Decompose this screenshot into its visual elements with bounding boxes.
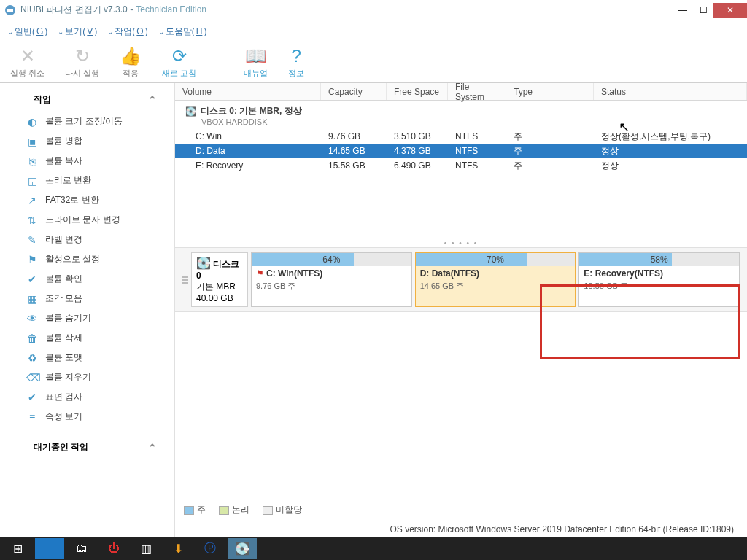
tool-icon: ✕ [20, 46, 35, 66]
tool-icon: 📖 [245, 46, 267, 66]
tool-실행 취소[interactable]: ✕실행 취소 [10, 46, 44, 79]
sidebar-item-label: 볼륨 포맷 [45, 351, 82, 364]
col-type[interactable]: Type [506, 83, 594, 100]
menu-v[interactable]: ⌄ 보기(V) [58, 26, 97, 38]
partition-box[interactable]: 64%⚑ C: Win(NTFS)9.76 GB 주 [251, 252, 412, 307]
sidebar-item-5[interactable]: ⇅드라이브 문자 변경 [0, 210, 174, 230]
tool-적용[interactable]: 👍적용 [120, 46, 142, 79]
power-icon[interactable]: ⏻ [99, 538, 128, 559]
legend-logical: 논리 [219, 504, 249, 516]
minimize-button[interactable]: — [673, 3, 693, 18]
app-title: NIUBI 파티션 편집기 v7.3.0 - Technician Editio… [20, 4, 206, 16]
sidebar-item-7[interactable]: ⚑활성으로 설정 [0, 249, 174, 269]
disk-info-box[interactable]: 💽 디스크 0 기본 MBR 40.00 GB [191, 252, 248, 307]
sidebar-ops-header[interactable]: 작업 ⌃ [0, 89, 174, 112]
tool-label: 정보 [288, 68, 304, 79]
sidebar-item-icon: 👁 [26, 313, 38, 324]
menu-h[interactable]: ⌄ 도움말(H) [158, 26, 207, 38]
tool-label: 다시 실행 [65, 68, 99, 79]
app-icon-3[interactable]: Ⓟ [196, 538, 225, 559]
menubar: ⌄ 일반(G)⌄ 보기(V)⌄ 작업(O)⌄ 도움말(H) [0, 20, 747, 42]
statusbar: OS version: Microsoft Windows Server 201… [175, 521, 747, 537]
maximize-button[interactable]: ☐ [693, 3, 713, 18]
col-free[interactable]: Free Space [387, 83, 448, 100]
sidebar-item-11[interactable]: 🗑볼륨 삭제 [0, 328, 174, 348]
disk-group-header[interactable]: 💽 디스크 0: 기본 MBR, 정상 VBOX HARDDISK [175, 101, 747, 129]
cell-volume: C: Win [175, 131, 321, 141]
sidebar-item-4[interactable]: ↗FAT32로 변환 [0, 190, 174, 210]
tool-정보[interactable]: ?정보 [288, 46, 304, 79]
partition-box[interactable]: 58%E: Recovery(NTFS)15.58 GB 주 [578, 252, 740, 307]
sidebar-pending-header[interactable]: 대기중인 작업 ⌃ [0, 437, 174, 459]
tool-icon: ⟳ [172, 46, 187, 66]
col-status[interactable]: Status [594, 83, 747, 100]
sidebar-pending-label: 대기중인 작업 [34, 441, 88, 454]
sidebar-item-icon: ▣ [26, 136, 38, 147]
sidebar-item-label: 활성으로 설정 [45, 253, 100, 265]
sidebar-item-2[interactable]: ⎘볼륨 복사 [0, 151, 174, 171]
app-icon-2[interactable]: ⬇ [163, 538, 193, 559]
tool-icon: ↻ [75, 46, 90, 66]
volume-row[interactable]: C: Win9.76 GB3.510 GBNTFS주정상(활성,시스템,부팅,복… [175, 129, 747, 144]
menu-g[interactable]: ⌄ 일반(G) [7, 26, 47, 38]
app-icon-1[interactable]: ▥ [131, 538, 160, 559]
partition-usage-bar: 58% [579, 253, 739, 266]
close-button[interactable]: ✕ [713, 3, 747, 18]
sidebar-item-1[interactable]: ▣볼륨 병합 [0, 131, 174, 151]
splitter[interactable]: • • • • • [175, 235, 747, 247]
sidebar-item-12[interactable]: ♻볼륨 포맷 [0, 348, 174, 368]
taskview-icon[interactable] [35, 538, 64, 559]
legend-unalloc: 미할당 [263, 504, 302, 516]
tool-label: 매뉴얼 [244, 68, 268, 79]
sidebar-item-6[interactable]: ✎라벨 변경 [0, 230, 174, 249]
cell-fs: NTFS [448, 146, 506, 156]
sidebar-item-8[interactable]: ✔볼륨 확인 [0, 269, 174, 289]
cell-capacity: 14.65 GB [321, 146, 387, 156]
volume-row[interactable]: E: Recovery15.58 GB6.490 GBNTFS주정상 [175, 158, 747, 173]
niubi-taskbar-icon[interactable]: 💽 [228, 538, 257, 559]
sidebar-item-icon: ✔ [26, 392, 38, 403]
grid-header: Volume Capacity Free Space File System T… [175, 83, 747, 101]
sidebar-item-label: 볼륨 확인 [45, 273, 82, 285]
sidebar-item-13[interactable]: ⌫볼륨 지우기 [0, 368, 174, 387]
toolbar: ✕실행 취소↻다시 실행👍적용⟳새로 고침📖매뉴얼?정보 [0, 42, 747, 83]
sidebar-item-icon: ⇅ [26, 214, 38, 226]
sidebar-item-label: 논리로 변환 [45, 174, 91, 187]
disk-icon: 💽 [185, 106, 196, 117]
cell-fs: NTFS [448, 131, 506, 141]
menu-o[interactable]: ⌄ 작업(O) [107, 26, 147, 38]
chevron-up-icon: ⌃ [148, 442, 157, 454]
sidebar-item-icon: ⌫ [26, 372, 38, 384]
sidebar-item-label: 볼륨 병합 [45, 135, 82, 147]
sidebar-item-10[interactable]: 👁볼륨 숨기기 [0, 308, 174, 328]
tool-새로 고침[interactable]: ⟳새로 고침 [162, 46, 196, 79]
cell-capacity: 15.58 GB [321, 160, 387, 171]
sidebar-item-0[interactable]: ◐볼륨 크기 조정/이동 [0, 112, 174, 131]
cell-status: 정상 [594, 145, 747, 158]
sidebar: 작업 ⌃ ◐볼륨 크기 조정/이동▣볼륨 병합⎘볼륨 복사◱논리로 변환↗FAT… [0, 83, 175, 537]
col-volume[interactable]: Volume [175, 83, 321, 100]
sidebar-item-15[interactable]: ≡속성 보기 [0, 407, 174, 427]
content-area: Volume Capacity Free Space File System T… [175, 83, 747, 537]
sidebar-item-label: 볼륨 삭제 [45, 332, 82, 344]
col-capacity[interactable]: Capacity [321, 83, 387, 100]
start-button[interactable]: ⊞ [3, 538, 32, 559]
tool-매뉴얼[interactable]: 📖매뉴얼 [244, 46, 268, 79]
cell-status: 정상 [594, 160, 747, 172]
disk-size: 40.00 GB [196, 293, 243, 303]
sidebar-item-9[interactable]: ▦조각 모음 [0, 289, 174, 308]
legend: 주 논리 미할당 [175, 499, 747, 521]
col-fs[interactable]: File System [448, 83, 506, 100]
volume-row[interactable]: D: Data14.65 GB4.378 GBNTFS주정상 [175, 144, 747, 158]
cell-free: 4.378 GB [387, 146, 448, 156]
partition-box[interactable]: 70%D: Data(NTFS)14.65 GB 주 [415, 252, 576, 307]
chevron-up-icon: ⌃ [148, 94, 157, 106]
sidebar-item-label: 라벨 변경 [45, 233, 82, 246]
diskmap-handle[interactable] [182, 252, 188, 307]
tool-다시 실행[interactable]: ↻다시 실행 [65, 46, 99, 79]
sidebar-item-label: 볼륨 복사 [45, 155, 82, 167]
cell-volume: D: Data [175, 146, 321, 156]
sidebar-item-14[interactable]: ✔표면 검사 [0, 387, 174, 407]
explorer-icon[interactable]: 🗂 [67, 538, 96, 559]
sidebar-item-3[interactable]: ◱논리로 변환 [0, 171, 174, 190]
